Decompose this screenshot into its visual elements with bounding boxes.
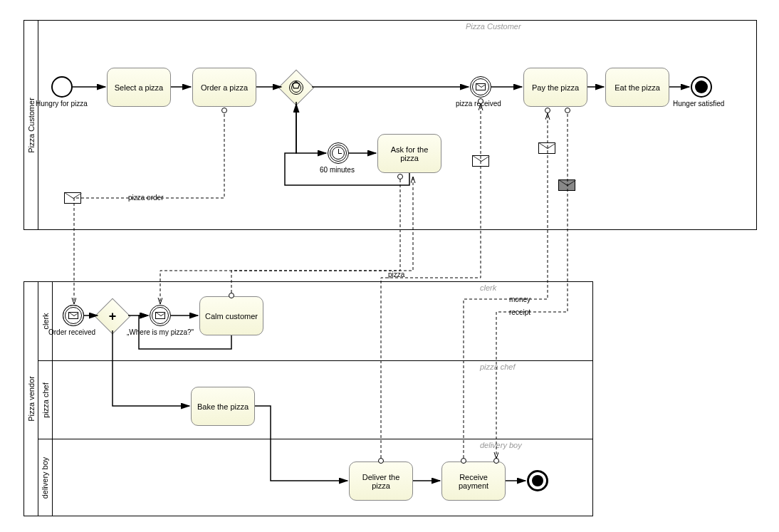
task-bake-pizza: Bake the pizza — [191, 387, 255, 426]
task-eat-pizza: Eat the pizza — [605, 68, 669, 107]
message-money-label: money — [509, 296, 530, 303]
msg-icon-order-received — [68, 312, 78, 319]
task-select-pizza: Select a pizza — [107, 68, 171, 107]
message-receipt-icon — [558, 179, 575, 191]
start-event-hungry-label: Hungry for pizza — [36, 100, 88, 108]
timer-label: 60 minutes — [320, 166, 355, 174]
timer-icon — [332, 147, 345, 160]
msg-icon-pizza-received — [476, 83, 486, 90]
msg-icon-where-pizza — [155, 312, 165, 319]
task-receive-payment: Receive payment — [441, 461, 506, 501]
end-event-satisfied — [691, 76, 712, 98]
pool-vendor-label: Pizza vendor — [24, 282, 38, 516]
task-deliver-pizza: Deliver the pizza — [349, 461, 413, 501]
start-event-hungry — [51, 76, 73, 98]
assoc-receive1 — [461, 458, 466, 464]
assoc-receive2 — [493, 458, 499, 464]
task-calm-customer: Calm customer — [199, 296, 263, 335]
lane-delivery-title: delivery boy — [480, 441, 522, 449]
message-pizza-icon — [472, 155, 489, 167]
assoc-ask — [397, 174, 403, 179]
assoc-pizza-rec — [478, 98, 483, 104]
pool-customer-label: Pizza Customer — [24, 21, 38, 229]
satisfied-label: Hunger satisfied — [673, 100, 724, 108]
task-order-pizza: Order a pizza — [192, 68, 256, 107]
lane-clerk-label: clerk — [38, 282, 53, 360]
message-pizza-order-icon — [64, 192, 81, 204]
message-receipt-label: receipt — [509, 308, 530, 316]
message-pizza-label: pizza — [388, 271, 404, 278]
lane-chef-label: pizza chef — [38, 361, 53, 439]
assoc-pay2 — [565, 108, 570, 113]
lane-delivery-label: delivery boy — [38, 439, 53, 516]
assoc-deliver — [378, 458, 384, 464]
pool-customer-title: Pizza Customer — [466, 22, 521, 31]
assoc-calm — [229, 293, 234, 298]
lane-delivery: delivery boy delivery boy — [38, 439, 592, 516]
lane-chef: pizza chef pizza chef — [38, 360, 592, 439]
lane-chef-title: pizza chef — [480, 363, 516, 371]
assoc-order — [221, 108, 227, 113]
message-money-icon — [538, 142, 555, 154]
end-event-vendor — [527, 470, 548, 491]
where-pizza-label: „Where is my pizza?" — [127, 328, 194, 336]
lane-clerk-title: clerk — [480, 283, 496, 292]
assoc-pay1 — [545, 108, 550, 113]
task-pay-pizza: Pay the pizza — [523, 68, 587, 107]
message-pizza-order-label: pizza order — [128, 194, 163, 202]
task-ask-pizza: Ask for the pizza — [377, 134, 441, 173]
order-received-label: Order received — [48, 328, 95, 336]
